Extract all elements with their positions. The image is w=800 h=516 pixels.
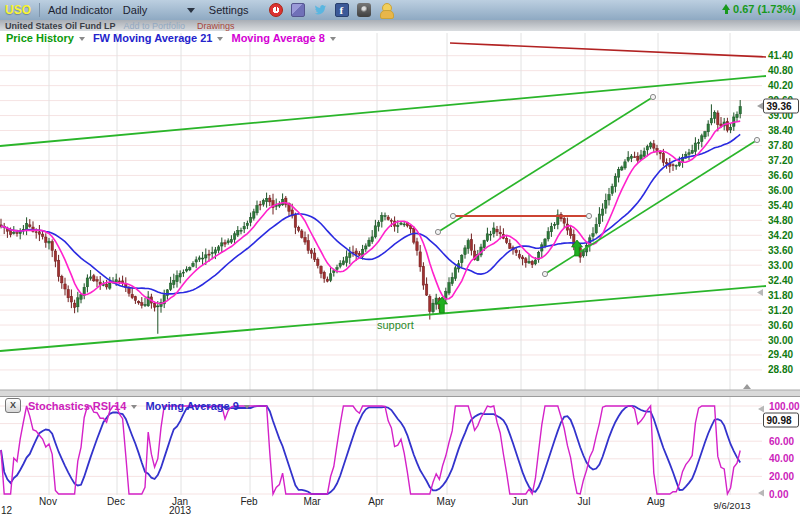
candlestick xyxy=(355,251,357,254)
candlestick xyxy=(249,218,251,222)
chevron-down-icon[interactable] xyxy=(187,8,195,13)
facebook-icon[interactable] xyxy=(335,3,349,17)
candlestick xyxy=(451,277,453,283)
close-panel-button[interactable]: X xyxy=(5,398,21,413)
candlestick xyxy=(464,248,466,255)
trendline-handle[interactable] xyxy=(586,213,591,218)
stochastics-rsi-label[interactable]: Stochastics RSI 14 xyxy=(28,400,126,412)
lower-axis-label: 20.00 xyxy=(769,471,794,482)
alarm-icon[interactable] xyxy=(269,3,283,17)
candlestick xyxy=(320,266,322,273)
candlestick xyxy=(713,112,715,118)
candlestick xyxy=(179,274,181,277)
month-axis-label: Jul xyxy=(578,496,591,507)
splitter-collapse-arrow-icon[interactable] xyxy=(743,384,751,389)
drawings-link[interactable]: Drawings xyxy=(197,21,235,31)
candlestick xyxy=(227,241,229,243)
chevron-down-icon[interactable] xyxy=(244,405,250,409)
candlestick xyxy=(265,199,267,202)
candlestick xyxy=(640,155,642,159)
candlestick xyxy=(493,228,495,234)
add-indicator-menu[interactable]: Add Indicator xyxy=(48,4,113,16)
candlestick xyxy=(736,114,738,117)
channel-top-trendline[interactable] xyxy=(0,76,766,146)
candlestick xyxy=(550,226,552,231)
candlestick xyxy=(371,237,373,242)
candlestick xyxy=(630,156,632,158)
price-axis-label: 40.20 xyxy=(768,80,793,91)
moving-average-8-label[interactable]: Moving Average 8 xyxy=(231,32,324,44)
interval-value: Daily xyxy=(123,4,147,16)
symbol-label[interactable]: USO xyxy=(0,3,39,17)
interval-dropdown[interactable]: Daily xyxy=(123,4,195,16)
price-axis-label: 31.20 xyxy=(768,305,793,316)
price-axis-label: 34.20 xyxy=(768,230,793,241)
candlestick xyxy=(416,242,418,251)
chevron-down-icon[interactable] xyxy=(131,405,137,409)
trendline-handle[interactable] xyxy=(435,229,440,234)
candlestick xyxy=(144,305,146,306)
year-axis-label: 12 xyxy=(1,505,13,516)
price-axis-label: 33.60 xyxy=(768,245,793,256)
camera-icon[interactable] xyxy=(357,3,371,17)
chevron-down-icon[interactable] xyxy=(330,37,336,41)
month-axis-label: Nov xyxy=(39,496,57,507)
stoch-rsi-line xyxy=(1,406,740,494)
add-to-portfolio-link[interactable]: Add to Portfolio xyxy=(124,21,186,31)
month-axis-label: May xyxy=(437,496,456,507)
candlestick xyxy=(377,223,379,227)
buddy-icon[interactable] xyxy=(379,3,393,17)
candlestick xyxy=(13,232,15,233)
candlestick xyxy=(54,251,56,261)
trendline-handle[interactable] xyxy=(650,94,655,99)
price-axis-label: 30.00 xyxy=(768,335,793,346)
trendline-handle[interactable] xyxy=(450,213,455,218)
candlestick xyxy=(701,136,703,142)
price-panel-header: Price History FW Moving Average 21 Movin… xyxy=(6,32,344,44)
candlestick xyxy=(230,240,232,243)
candlestick xyxy=(93,276,95,281)
candlestick xyxy=(499,232,501,233)
candlestick xyxy=(67,290,69,298)
candlestick xyxy=(729,127,731,130)
main-chart-canvas[interactable]: support41.4040.8040.2039.6039.0038.4037.… xyxy=(0,30,800,516)
chevron-down-icon[interactable] xyxy=(79,37,85,41)
twitter-icon[interactable] xyxy=(313,3,327,17)
panel-splitter[interactable] xyxy=(0,390,800,397)
fw-moving-average-21-label[interactable]: FW Moving Average 21 xyxy=(93,32,213,44)
candlestick xyxy=(80,295,82,300)
candlestick xyxy=(153,303,155,307)
candlestick xyxy=(509,244,511,249)
price-axis-label: 31.80 xyxy=(768,290,793,301)
candlestick xyxy=(345,257,347,263)
candlestick xyxy=(697,142,699,143)
candlestick xyxy=(185,269,187,271)
trendline-handle[interactable] xyxy=(754,137,759,142)
trendline-handle[interactable] xyxy=(542,271,547,276)
moving-average-9-label[interactable]: Moving Average 9 xyxy=(145,400,238,412)
candlestick xyxy=(653,144,655,148)
settings-menu[interactable]: Settings xyxy=(209,4,249,16)
candlestick xyxy=(675,165,677,166)
price-history-indicator-label[interactable]: Price History xyxy=(6,32,74,44)
candlestick xyxy=(89,277,91,278)
stoch-last-value: 90.98 xyxy=(767,415,792,426)
resistance-upper-trendline[interactable] xyxy=(450,43,766,57)
candlestick xyxy=(627,157,629,160)
toolbar-divider xyxy=(39,3,40,17)
candlestick xyxy=(381,216,383,222)
candlestick xyxy=(403,224,405,225)
candlestick xyxy=(422,266,424,285)
candlestick xyxy=(237,231,239,236)
chevron-down-icon[interactable] xyxy=(217,37,223,41)
cube-icon[interactable] xyxy=(291,3,305,17)
candlestick xyxy=(649,143,651,147)
candlestick xyxy=(531,261,533,264)
candlestick xyxy=(307,241,309,251)
steep-uptrend-line[interactable] xyxy=(438,97,653,232)
candlestick xyxy=(614,176,616,186)
support-text-annotation[interactable]: support xyxy=(377,319,414,331)
candlestick xyxy=(505,238,507,242)
candlestick xyxy=(211,253,213,254)
lower-axis-label: 60.00 xyxy=(769,436,794,447)
